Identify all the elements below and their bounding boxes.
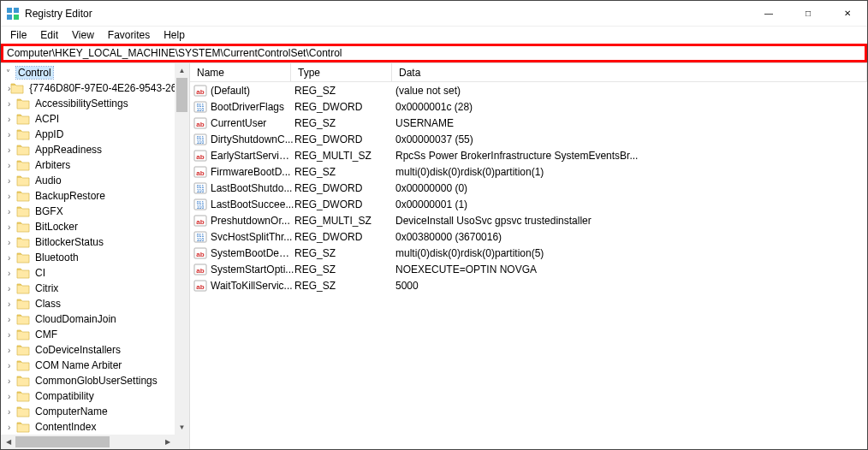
value-name: LastBootSuccee...	[211, 198, 294, 210]
menu-favorites[interactable]: Favorites	[102, 27, 156, 43]
address-bar[interactable]: Computer\HKEY_LOCAL_MACHINE\SYSTEM\Curre…	[1, 44, 867, 62]
expand-icon[interactable]: ›	[8, 376, 16, 386]
value-row[interactable]: DirtyShutdownC...REG_DWORD0x00000037 (55…	[190, 131, 867, 147]
tree-item-control[interactable]: ˅ Control	[1, 65, 189, 80]
scroll-right-arrow[interactable]: ▶	[160, 435, 175, 449]
column-headers: Name Type Data	[190, 63, 867, 82]
tree-item[interactable]: ›CloudDomainJoin	[1, 311, 189, 327]
tree-item[interactable]: ›Bluetooth	[1, 250, 189, 265]
expand-icon[interactable]: ›	[8, 315, 16, 324]
expand-icon[interactable]: ›	[8, 176, 16, 186]
tree-vertical-scrollbar[interactable]: ▲ ▼	[175, 63, 189, 435]
tree-item[interactable]: ›COM Name Arbiter	[1, 358, 189, 373]
tree-item[interactable]: ›AppReadiness	[1, 142, 189, 157]
tree-item[interactable]: ›Arbiters	[1, 157, 189, 173]
scroll-left-arrow[interactable]: ◀	[1, 435, 15, 449]
scroll-thumb-h[interactable]	[15, 436, 110, 447]
tree-item[interactable]: ›ContentIndex	[1, 419, 189, 435]
reg-string-icon	[193, 149, 207, 163]
expand-icon[interactable]: ›	[8, 284, 16, 293]
tree-item-label: BitLocker	[33, 221, 80, 233]
value-row[interactable]: WaitToKillServic...REG_SZ5000	[190, 277, 867, 293]
value-type: REG_SZ	[294, 85, 395, 97]
tree-item[interactable]: ›Compatibility	[1, 388, 189, 404]
reg-string-icon	[193, 246, 207, 260]
expand-icon[interactable]: ›	[8, 346, 16, 355]
expand-icon[interactable]: ›	[8, 269, 16, 278]
tree-item[interactable]: ›BackupRestore	[1, 188, 189, 204]
tree-item-label: AccessibilitySettings	[33, 98, 130, 110]
tree-item[interactable]: ›AppID	[1, 127, 189, 142]
expand-icon[interactable]: ›	[8, 423, 16, 432]
tree-item[interactable]: ›BitLocker	[1, 219, 189, 234]
close-button[interactable]: ✕	[828, 1, 867, 27]
value-row[interactable]: SystemStartOpti...REG_SZ NOEXECUTE=OPTIN…	[190, 261, 867, 277]
tree-item[interactable]: ›CoDeviceInstallers	[1, 342, 189, 358]
value-row[interactable]: LastBootSuccee...REG_DWORD0x00000001 (1)	[190, 196, 867, 212]
value-row[interactable]: SystemBootDevi...REG_SZmulti(0)disk(0)rd…	[190, 245, 867, 261]
tree-item[interactable]: ›CI	[1, 265, 189, 281]
expand-icon[interactable]: ›	[8, 299, 16, 309]
folder-icon	[16, 421, 30, 433]
reg-string-icon	[193, 165, 207, 179]
tree-item[interactable]: ›ComputerName	[1, 404, 189, 419]
scroll-up-arrow[interactable]: ▲	[175, 63, 189, 78]
value-data: 0x00000000 (0)	[395, 182, 867, 194]
tree-item[interactable]: ›BGFX	[1, 204, 189, 219]
folder-icon	[16, 98, 30, 110]
value-name: LastBootShutdo...	[211, 182, 294, 194]
tree-item-label: CoDeviceInstallers	[33, 344, 122, 356]
tree-item[interactable]: ›{7746D80F-97E0-4E26-9543-26B41	[1, 80, 189, 96]
expand-icon[interactable]: ›	[8, 161, 16, 170]
expand-icon[interactable]: ›	[8, 145, 16, 155]
column-header-data[interactable]: Data	[392, 63, 867, 81]
tree-horizontal-scrollbar[interactable]: ◀ ▶	[1, 435, 175, 449]
menu-file[interactable]: File	[4, 27, 33, 43]
expand-icon[interactable]: ›	[8, 407, 16, 417]
expand-icon[interactable]: ›	[8, 361, 16, 370]
tree-item[interactable]: ›CommonGlobUserSettings	[1, 373, 189, 388]
tree-item-label: CommonGlobUserSettings	[33, 375, 159, 387]
expand-icon[interactable]: ›	[8, 330, 16, 340]
expand-icon[interactable]: ›	[8, 130, 16, 139]
scroll-thumb-v[interactable]	[176, 78, 187, 112]
expand-icon[interactable]: ›	[8, 115, 16, 124]
minimize-button[interactable]: —	[749, 1, 788, 27]
expand-icon[interactable]: ›	[8, 192, 16, 201]
tree-item[interactable]: ›Citrix	[1, 281, 189, 296]
tree-item[interactable]: ›Audio	[1, 173, 189, 188]
value-row[interactable]: BootDriverFlagsREG_DWORD0x0000001c (28)	[190, 98, 867, 115]
tree-item[interactable]: ›CMF	[1, 327, 189, 342]
expand-icon[interactable]: ›	[8, 238, 16, 247]
expand-icon[interactable]: ›	[8, 392, 16, 401]
expand-icon[interactable]: ›	[8, 253, 16, 263]
value-row[interactable]: EarlyStartServicesREG_MULTI_SZRpcSs Powe…	[190, 147, 867, 163]
expand-icon[interactable]: ›	[8, 99, 16, 109]
values-list: (Default)REG_SZ(value not set)BootDriver…	[190, 82, 867, 449]
tree-item-label: Citrix	[33, 282, 60, 294]
tree-item[interactable]: ›Class	[1, 296, 189, 311]
value-row[interactable]: PreshutdownOr...REG_MULTI_SZDeviceInstal…	[190, 212, 867, 228]
tree-item[interactable]: ›BitlockerStatus	[1, 234, 189, 250]
menu-help[interactable]: Help	[158, 27, 191, 43]
value-data: 5000	[395, 280, 867, 292]
scroll-down-arrow[interactable]: ▼	[175, 420, 189, 435]
value-row[interactable]: FirmwareBootD...REG_SZmulti(0)disk(0)rdi…	[190, 163, 867, 180]
menu-edit[interactable]: Edit	[34, 27, 64, 43]
tree-item[interactable]: ›AccessibilitySettings	[1, 96, 189, 111]
maximize-button[interactable]: □	[788, 1, 828, 27]
expand-icon[interactable]: ›	[8, 207, 16, 216]
folder-icon	[16, 236, 30, 248]
value-row[interactable]: SvcHostSplitThr...REG_DWORD0x00380000 (3…	[190, 228, 867, 245]
menu-view[interactable]: View	[66, 27, 100, 43]
value-row[interactable]: CurrentUserREG_SZUSERNAME	[190, 115, 867, 131]
value-row[interactable]: (Default)REG_SZ(value not set)	[190, 82, 867, 98]
column-header-name[interactable]: Name	[190, 63, 291, 81]
tree-item-label: ComputerName	[33, 406, 110, 417]
value-name: SvcHostSplitThr...	[211, 231, 294, 243]
tree-item[interactable]: ›ACPI	[1, 111, 189, 127]
value-row[interactable]: LastBootShutdo...REG_DWORD0x00000000 (0)	[190, 180, 867, 196]
column-header-type[interactable]: Type	[291, 63, 392, 81]
expand-icon[interactable]: ›	[8, 222, 16, 232]
expand-collapse-icon[interactable]: ˅	[6, 68, 15, 78]
